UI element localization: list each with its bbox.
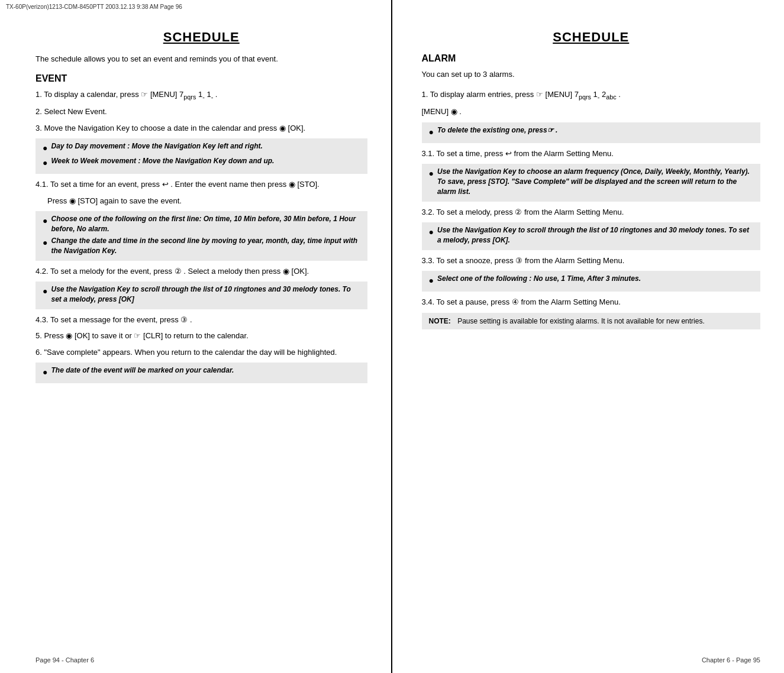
- ok-icon-5: ◉: [66, 331, 72, 340]
- step2-text: 2. Select New Event.: [36, 107, 107, 116]
- hint-box-freq: ● Use the Navigation Key to choose an al…: [422, 164, 761, 201]
- step5c: [CLR] to return to the calendar.: [143, 331, 249, 340]
- menu-icon-1: ☞: [141, 90, 148, 99]
- right-step1-text: 1. To display alarm entries, press: [422, 90, 534, 99]
- right-step2-end: .: [459, 107, 462, 116]
- hint-item-3: ● Choose one of the following on the fir…: [43, 214, 360, 234]
- left-step-6: 6. "Save complete" appears. When you ret…: [36, 347, 367, 358]
- step5-text: 5. Press: [36, 331, 64, 340]
- left-step-2: 2. Select New Event.: [36, 106, 367, 118]
- step6-text: 6. "Save complete" appears. When you ret…: [36, 348, 337, 357]
- step43b: .: [190, 315, 192, 324]
- step1-keys: 7pqrs 1- 1- .: [179, 90, 217, 99]
- hint-text-3: Choose one of the following on the first…: [51, 214, 360, 234]
- left-title: SCHEDULE: [36, 30, 367, 45]
- hint-bullet-freq: ●: [429, 167, 434, 180]
- step3-text: 3. Move the Navigation Key to choose a d…: [36, 124, 277, 132]
- step3-ok: [OK].: [288, 124, 306, 132]
- hint-item-snooze: ● Select one of the following : No use, …: [429, 274, 754, 287]
- hint-box-4: ● The date of the event will be marked o…: [36, 363, 367, 383]
- step41c: [STO].: [297, 180, 319, 189]
- hint-box-melody: ● Use the Navigation Key to scroll throu…: [422, 222, 761, 250]
- right-step1-menu: [MENU]: [546, 90, 573, 99]
- right-title: SCHEDULE: [422, 30, 761, 45]
- hint-bullet-delete: ●: [429, 126, 434, 138]
- step41e: [STO] again to save the event.: [78, 196, 181, 205]
- step34-icon: ④: [512, 297, 519, 306]
- step32-icon: ②: [515, 208, 522, 216]
- left-column: SCHEDULE The schedule allows you to set …: [0, 0, 392, 673]
- right-step-33: 3.3. To set a snooze, press ③ from the A…: [422, 255, 761, 267]
- hint-bullet-4: ●: [43, 237, 47, 249]
- right-step33-text: 3.3. To set a snooze, press: [422, 256, 514, 265]
- right-step-2: [MENU] ◉ .: [422, 106, 761, 118]
- hint-text-melody: Use the Navigation Key to scroll through…: [437, 225, 753, 245]
- event-heading: EVENT: [36, 73, 367, 84]
- ok-icon-4: ◉: [283, 267, 289, 276]
- note-text: Pause setting is available for existing …: [457, 317, 705, 325]
- step41-icon: ↩: [162, 180, 169, 189]
- step1-menu-label: [MENU]: [150, 90, 178, 99]
- alarm-intro: You can set up to 3 alarms.: [422, 69, 761, 80]
- hint-item-5: ● Use the Navigation Key to scroll throu…: [43, 284, 360, 305]
- ok-icon-1: ◉: [279, 124, 286, 132]
- right-step-31: 3.1. To set a time, press ↩ from the Ala…: [422, 148, 761, 160]
- hint-item-delete: ● To delete the existing one, press ☞ .: [429, 125, 754, 138]
- right-step-34: 3.4. To set a pause, press ④ from the Al…: [422, 296, 761, 308]
- hint-text-freq: Use the Navigation Key to choose an alar…: [437, 167, 753, 196]
- right-step31b: from the Alarm Setting Menu.: [514, 149, 614, 158]
- hint-text-5: Use the Navigation Key to scroll through…: [51, 284, 360, 305]
- right-step2-text: [MENU]: [422, 107, 449, 116]
- hint-bullet-1: ●: [43, 142, 47, 154]
- hint-bullet-melody: ●: [429, 226, 434, 238]
- hint-item-melody: ● Use the Navigation Key to scroll throu…: [429, 225, 754, 245]
- left-intro: The schedule allows you to set an event …: [36, 53, 367, 65]
- hint-box-1: ● Day to Day movement : Move the Navigat…: [36, 138, 367, 174]
- note-box: NOTE: Pause setting is available for exi…: [422, 313, 761, 329]
- step5b: [OK] to save it or: [75, 331, 132, 340]
- hint-text-2: Week to Week movement : Move the Navigat…: [51, 156, 274, 166]
- hint-box-delete: ● To delete the existing one, press ☞ .: [422, 122, 761, 143]
- alarm-heading: ALARM: [422, 53, 761, 64]
- note-label: NOTE:: [429, 317, 451, 325]
- right-step34b: from the Alarm Setting Menu.: [521, 297, 620, 306]
- hint-box-2: ● Choose one of the following on the fir…: [36, 211, 367, 260]
- step43-text: 4.3. To set a message for the event, pre…: [36, 315, 179, 324]
- hint-item-freq: ● Use the Navigation Key to choose an al…: [429, 167, 754, 196]
- right-footer: Chapter 6 - Page 95: [702, 656, 760, 664]
- left-step-42: 4.2. To set a melody for the event, pres…: [36, 266, 367, 277]
- left-step-1: 1. To display a calendar, press ☞ [MENU]…: [36, 89, 367, 102]
- ok-icon-2: ◉: [289, 180, 295, 189]
- hint-box-3: ● Use the Navigation Key to scroll throu…: [36, 282, 367, 309]
- hint-bullet-2: ●: [43, 157, 47, 169]
- left-step-3: 3. Move the Navigation Key to choose a d…: [36, 122, 367, 134]
- step41b: . Enter the event name then press: [170, 180, 286, 189]
- hint-bullet-5: ●: [43, 285, 47, 297]
- right-step32-text: 3.2. To set a melody, press: [422, 208, 513, 216]
- step31-icon: ↩: [505, 149, 512, 158]
- hint-text-4: Change the date and time in the second l…: [51, 236, 360, 256]
- right-step32b: from the Alarm Setting Menu.: [524, 208, 624, 216]
- step1-text: 1. To display a calendar, press: [36, 90, 139, 99]
- ok-icon-r2: ◉: [451, 107, 457, 116]
- left-step-41-sub: Press ◉ [STO] again to save the event.: [47, 195, 367, 207]
- step42c: [OK].: [292, 267, 309, 276]
- hint-item-6: ● The date of the event will be marked o…: [43, 365, 360, 378]
- hint-bullet-3: ●: [43, 215, 47, 227]
- right-step33b: from the Alarm Setting Menu.: [525, 256, 624, 265]
- left-step-43: 4.3. To set a message for the event, pre…: [36, 314, 367, 326]
- clr-icon-r: ☞ .: [547, 125, 558, 135]
- right-step-1: 1. To display alarm entries, press ☞ [ME…: [422, 89, 761, 102]
- menu-icon-r1: ☞: [536, 90, 543, 99]
- step33-icon: ③: [515, 256, 522, 265]
- hint-item-4: ● Change the date and time in the second…: [43, 236, 360, 256]
- hint-item-1: ● Day to Day movement : Move the Navigat…: [43, 141, 360, 154]
- hint-bullet-6: ●: [43, 366, 47, 378]
- hint-text-6: The date of the event will be marked on …: [51, 365, 234, 376]
- clr-icon: ☞: [134, 331, 141, 340]
- right-column: SCHEDULE ALARM You can set up to 3 alarm…: [392, 0, 785, 673]
- ok-icon-3: ◉: [69, 196, 76, 205]
- step41-text: 4.1. To set a time for an event, press: [36, 180, 160, 189]
- step42b: . Select a melody then press: [183, 267, 280, 276]
- right-step-32: 3.2. To set a melody, press ② from the A…: [422, 206, 761, 218]
